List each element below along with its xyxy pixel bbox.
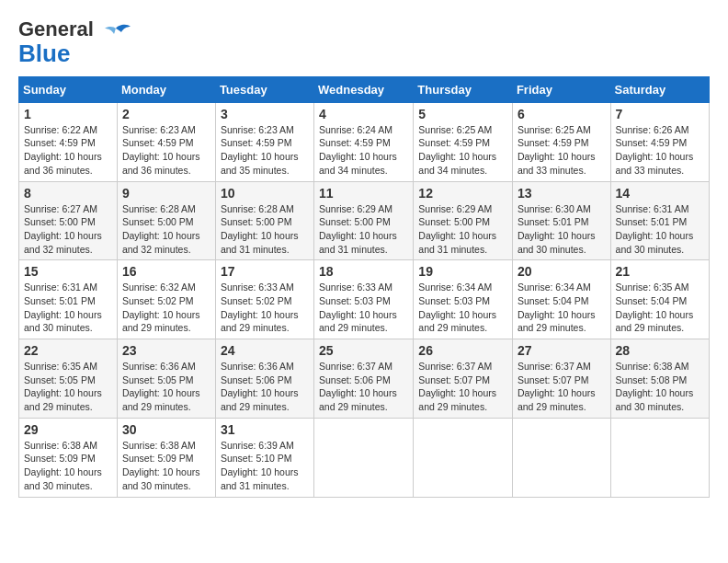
day-number: 2 [122,107,210,121]
calendar-header-thursday: Thursday [414,76,513,102]
day-number: 26 [418,343,507,358]
day-number: 16 [122,264,210,279]
calendar-cell: 18Sunrise: 6:33 AMSunset: 5:03 PMDayligh… [314,260,414,339]
calendar-cell: 22Sunrise: 6:35 AMSunset: 5:05 PMDayligh… [19,339,118,419]
day-info: Sunrise: 6:37 AMSunset: 5:07 PMDaylight:… [518,360,606,414]
calendar-cell [512,418,610,497]
day-number: 19 [418,264,507,279]
day-number: 20 [518,264,606,279]
day-info: Sunrise: 6:38 AMSunset: 5:08 PMDaylight:… [616,360,704,414]
calendar-cell: 17Sunrise: 6:33 AMSunset: 5:02 PMDayligh… [215,260,313,339]
calendar-week-row: 15Sunrise: 6:31 AMSunset: 5:01 PMDayligh… [19,260,710,339]
day-info: Sunrise: 6:25 AMSunset: 4:59 PMDaylight:… [518,123,606,178]
day-info: Sunrise: 6:22 AMSunset: 4:59 PMDaylight:… [24,123,112,178]
calendar-cell: 16Sunrise: 6:32 AMSunset: 5:02 PMDayligh… [117,260,215,339]
calendar-week-row: 8Sunrise: 6:27 AMSunset: 5:00 PMDaylight… [19,181,710,260]
day-info: Sunrise: 6:39 AMSunset: 5:10 PMDaylight:… [221,439,309,493]
calendar-cell: 5Sunrise: 6:25 AMSunset: 4:59 PMDaylight… [414,102,513,181]
day-info: Sunrise: 6:36 AMSunset: 5:05 PMDaylight:… [122,360,210,414]
calendar-cell: 31Sunrise: 6:39 AMSunset: 5:10 PMDayligh… [215,418,313,497]
day-number: 10 [221,186,309,201]
calendar-cell: 25Sunrise: 6:37 AMSunset: 5:06 PMDayligh… [314,339,414,419]
calendar-cell: 29Sunrise: 6:38 AMSunset: 5:09 PMDayligh… [19,418,118,497]
calendar-cell: 6Sunrise: 6:25 AMSunset: 4:59 PMDaylight… [512,102,610,181]
calendar-header-friday: Friday [512,76,610,102]
day-info: Sunrise: 6:25 AMSunset: 4:59 PMDaylight:… [418,123,507,178]
day-number: 9 [122,186,210,201]
day-number: 13 [518,186,606,201]
calendar-cell: 14Sunrise: 6:31 AMSunset: 5:01 PMDayligh… [610,181,709,260]
logo: General Blue [18,18,132,67]
calendar-cell: 27Sunrise: 6:37 AMSunset: 5:07 PMDayligh… [512,339,610,419]
day-number: 22 [24,343,112,358]
calendar-header-monday: Monday [117,76,215,102]
calendar-header-row: SundayMondayTuesdayWednesdayThursdayFrid… [19,76,710,102]
day-info: Sunrise: 6:24 AMSunset: 4:59 PMDaylight:… [319,123,408,178]
day-info: Sunrise: 6:28 AMSunset: 5:00 PMDaylight:… [122,202,210,257]
calendar-cell: 15Sunrise: 6:31 AMSunset: 5:01 PMDayligh… [19,260,118,339]
calendar-cell [610,418,709,497]
day-info: Sunrise: 6:29 AMSunset: 5:00 PMDaylight:… [319,202,408,257]
day-info: Sunrise: 6:33 AMSunset: 5:02 PMDaylight:… [221,281,309,335]
day-number: 30 [122,422,210,437]
calendar-cell: 2Sunrise: 6:23 AMSunset: 4:59 PMDaylight… [117,102,215,181]
day-number: 5 [418,107,507,121]
day-number: 8 [24,186,112,201]
day-info: Sunrise: 6:31 AMSunset: 5:01 PMDaylight:… [616,202,704,257]
day-number: 4 [319,107,408,121]
day-number: 12 [418,186,507,201]
day-number: 3 [221,107,309,121]
calendar-header-saturday: Saturday [610,76,709,102]
calendar-cell: 3Sunrise: 6:23 AMSunset: 4:59 PMDaylight… [215,102,313,181]
logo-bird-icon [99,23,132,52]
calendar-cell: 24Sunrise: 6:36 AMSunset: 5:06 PMDayligh… [215,339,313,419]
calendar-cell: 4Sunrise: 6:24 AMSunset: 4:59 PMDaylight… [314,102,414,181]
calendar-week-row: 22Sunrise: 6:35 AMSunset: 5:05 PMDayligh… [19,339,710,419]
day-number: 14 [616,186,704,201]
calendar-cell: 30Sunrise: 6:38 AMSunset: 5:09 PMDayligh… [117,418,215,497]
day-number: 25 [319,343,408,358]
calendar-cell: 12Sunrise: 6:29 AMSunset: 5:00 PMDayligh… [414,181,513,260]
calendar-cell: 9Sunrise: 6:28 AMSunset: 5:00 PMDaylight… [117,181,215,260]
day-info: Sunrise: 6:28 AMSunset: 5:00 PMDaylight:… [221,202,309,257]
day-info: Sunrise: 6:34 AMSunset: 5:03 PMDaylight:… [418,281,507,335]
calendar-cell: 1Sunrise: 6:22 AMSunset: 4:59 PMDaylight… [19,102,118,181]
day-number: 31 [221,422,309,437]
calendar-cell: 21Sunrise: 6:35 AMSunset: 5:04 PMDayligh… [610,260,709,339]
day-info: Sunrise: 6:38 AMSunset: 5:09 PMDaylight:… [122,439,210,493]
calendar-cell: 23Sunrise: 6:36 AMSunset: 5:05 PMDayligh… [117,339,215,419]
day-info: Sunrise: 6:23 AMSunset: 4:59 PMDaylight:… [122,123,210,178]
calendar-week-row: 1Sunrise: 6:22 AMSunset: 4:59 PMDaylight… [19,102,710,181]
day-info: Sunrise: 6:37 AMSunset: 5:06 PMDaylight:… [319,360,408,414]
calendar-cell: 10Sunrise: 6:28 AMSunset: 5:00 PMDayligh… [215,181,313,260]
day-number: 17 [221,264,309,279]
calendar-cell: 7Sunrise: 6:26 AMSunset: 4:59 PMDaylight… [610,102,709,181]
day-info: Sunrise: 6:26 AMSunset: 4:59 PMDaylight:… [616,123,704,178]
day-number: 7 [616,107,704,121]
day-info: Sunrise: 6:27 AMSunset: 5:00 PMDaylight:… [24,202,112,257]
calendar-table: SundayMondayTuesdayWednesdayThursdayFrid… [18,76,710,498]
calendar-header-wednesday: Wednesday [314,76,414,102]
page-header: General Blue [18,18,710,67]
logo-text: General Blue [18,18,94,67]
day-info: Sunrise: 6:33 AMSunset: 5:03 PMDaylight:… [319,281,408,335]
day-number: 28 [616,343,704,358]
day-info: Sunrise: 6:29 AMSunset: 5:00 PMDaylight:… [418,202,507,257]
day-number: 15 [24,264,112,279]
day-info: Sunrise: 6:34 AMSunset: 5:04 PMDaylight:… [518,281,606,335]
day-info: Sunrise: 6:38 AMSunset: 5:09 PMDaylight:… [24,439,112,493]
calendar-cell: 13Sunrise: 6:30 AMSunset: 5:01 PMDayligh… [512,181,610,260]
calendar-cell: 28Sunrise: 6:38 AMSunset: 5:08 PMDayligh… [610,339,709,419]
day-info: Sunrise: 6:35 AMSunset: 5:05 PMDaylight:… [24,360,112,414]
calendar-cell: 8Sunrise: 6:27 AMSunset: 5:00 PMDaylight… [19,181,118,260]
day-number: 18 [319,264,408,279]
day-number: 29 [24,422,112,437]
calendar-cell: 11Sunrise: 6:29 AMSunset: 5:00 PMDayligh… [314,181,414,260]
day-info: Sunrise: 6:32 AMSunset: 5:02 PMDaylight:… [122,281,210,335]
calendar-week-row: 29Sunrise: 6:38 AMSunset: 5:09 PMDayligh… [19,418,710,497]
calendar-cell: 19Sunrise: 6:34 AMSunset: 5:03 PMDayligh… [414,260,513,339]
day-info: Sunrise: 6:37 AMSunset: 5:07 PMDaylight:… [418,360,507,414]
day-number: 11 [319,186,408,201]
day-info: Sunrise: 6:35 AMSunset: 5:04 PMDaylight:… [616,281,704,335]
calendar-cell [314,418,414,497]
